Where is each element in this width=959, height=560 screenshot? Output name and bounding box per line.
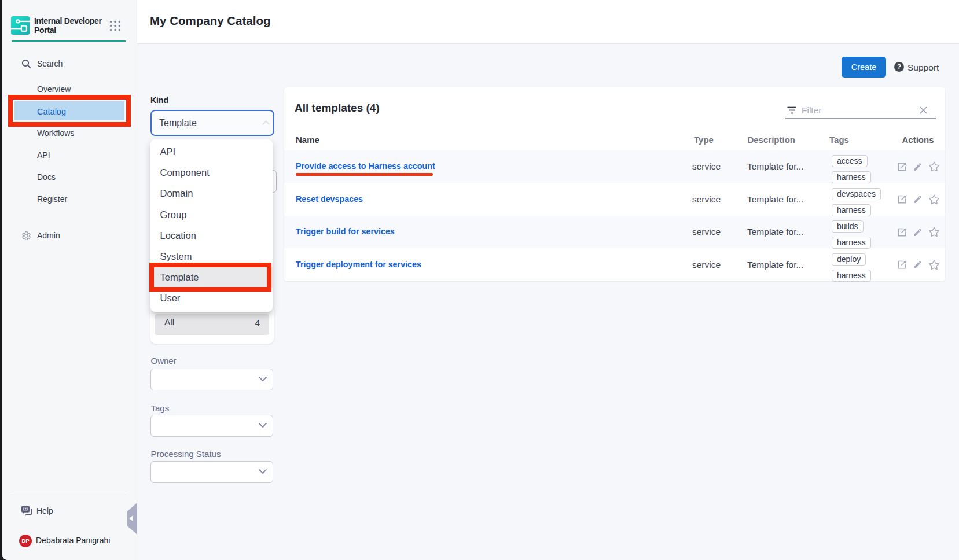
svg-text:?: ? — [24, 507, 27, 511]
